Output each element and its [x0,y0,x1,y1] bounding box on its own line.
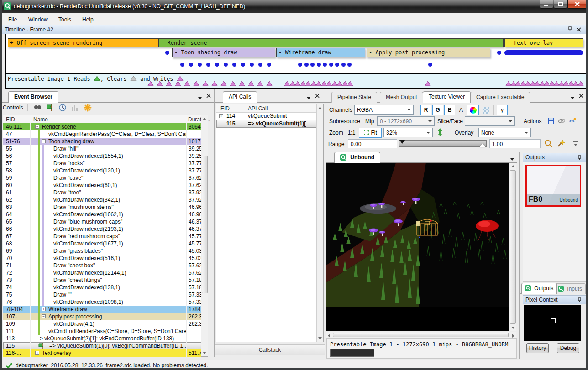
draw-dot-icon[interactable] [180,63,184,67]
tab-outputs[interactable]: Outputs [521,283,557,294]
draw-dot-icon[interactable] [329,63,333,67]
range-min-field[interactable]: 0.00 [348,139,397,148]
channel-alpha-button[interactable]: A [456,105,466,115]
table-row[interactable]: 46-111−Render scene3064.7... [3,123,201,130]
table-row[interactable]: 113=> vkQueueSubmit(2)[1]: vkEndCommandB… [3,335,201,342]
table-row[interactable]: 111vkCmdEndRenderPass(C=Store, D=Store, … [3,328,201,335]
texture-viewer-close-icon[interactable] [579,93,583,99]
zoom-1to1-button[interactable]: 1:1 [346,128,357,138]
history-button[interactable]: History [526,343,549,353]
timeline-marker-bar[interactable]: - Apply post processing [367,48,490,57]
draw-dot-icon[interactable] [347,63,352,67]
table-row[interactable]: 107-...−Apply post processing262.37... [3,313,201,320]
table-row[interactable]: 69Draw "grass blades"45.03704 [3,247,201,255]
debug-button[interactable]: Debug [557,343,579,353]
event-browser-header[interactable]: EID Name Duratio... [3,115,201,124]
draw-dot-icon[interactable] [250,63,254,67]
pin-icon[interactable] [577,155,582,161]
tab-texture-viewer[interactable]: Texture Viewer [423,91,471,103]
menu-help[interactable]: Help [79,16,96,24]
draw-dot-icon[interactable] [206,63,210,67]
tab-pipeline-state[interactable]: Pipeline State [331,92,377,103]
texture-vertical-scrollbar[interactable] [509,163,516,331]
autofit-magnifier-icon[interactable] [544,139,553,147]
range-slider[interactable] [399,140,487,147]
table-row[interactable]: 109vkCmdDraw(4,1)262.37... [3,320,201,328]
title-bar[interactable]: debugmarker.rdc - RenderDoc Unofficial r… [0,0,588,13]
tab-event-browser[interactable]: Event Browser [8,91,58,103]
draw-dot-icon[interactable] [298,63,302,67]
event-browser-scrollbar[interactable] [201,115,208,356]
table-row[interactable]: +114vkQueueSubmit [216,112,316,120]
overlay-combo[interactable]: None [478,128,531,137]
timeline-marker-bar[interactable]: - Text overlay [504,38,583,47]
draw-dot-icon[interactable] [165,51,169,55]
zoom-combo[interactable]: 32% [383,128,433,137]
table-row[interactable]: 115=> vkQueueSubmit(1)[... [216,120,316,128]
table-row[interactable]: 61Draw "tree"37.92593 [3,189,201,196]
save-icon[interactable] [547,117,556,125]
table-row[interactable]: 47vkCmdBeginRenderPass(C=Clear, D=Clear,… [3,130,201,138]
statistics-icon[interactable] [70,104,79,112]
texture-display[interactable] [326,163,509,331]
tree-expander[interactable]: − [42,314,46,318]
checkerboard-alpha-icon[interactable] [480,105,492,115]
tree-expander[interactable]: + [42,307,46,311]
tree-expander[interactable]: + [35,351,39,355]
minimize-button[interactable] [540,0,553,9]
close-icon[interactable] [577,27,582,32]
menu-tools[interactable]: Tools [56,16,74,24]
table-row[interactable]: 57Draw "rocks"37.77778 [3,160,201,167]
table-row[interactable]: 60vkCmdDrawIndexed(60,1)37.62963 [3,182,201,189]
custom-action-icon[interactable] [83,104,92,112]
table-row[interactable]: 65Draw "blue mushroom caps"46.37037 [3,218,201,225]
zoom-fit-button[interactable]: Fit [359,128,382,138]
table-row[interactable]: 73Draw "chest fittings"57.18518 [3,276,201,284]
maximize-button[interactable] [554,0,567,9]
range-max-field[interactable]: 1.00 [489,139,541,148]
tab-unbound-texture[interactable]: Unbound [334,152,380,163]
texture-horizontal-scrollbar[interactable] [326,332,516,338]
draw-dot-icon[interactable] [335,63,339,67]
link-icon[interactable] [557,117,567,125]
close-button[interactable] [567,0,587,9]
fb0-thumbnail[interactable]: FB0 Unbound [525,165,581,207]
draw-dot-icon[interactable] [341,63,346,67]
table-row[interactable]: 59Draw "cave"37.62963 [3,174,201,182]
table-row[interactable]: 115=> vkQueueSubmit(1)[0]: vkBeginComman… [3,342,201,349]
mip-combo[interactable]: 0 - 1272x690 [377,116,435,126]
draw-dot-icon[interactable] [232,63,236,67]
tab-api-calls[interactable]: API Calls [223,91,257,103]
timeline-marker-bar[interactable]: - Render scene [158,38,504,47]
range-black-handle[interactable] [399,140,405,144]
timeline-body[interactable]: Presentable Image 1 Reads , Clears and W… [5,34,586,89]
table-row[interactable]: 51-76−Toon shading draw1017.7... [3,138,201,145]
table-row[interactable]: 75Draw ""57.33333 [3,291,201,298]
draw-dot-icon[interactable] [258,63,262,67]
find-icon[interactable] [33,104,42,112]
tree-expander[interactable]: + [219,114,223,118]
time-draws-icon[interactable] [58,104,67,112]
pin-icon[interactable] [567,26,572,32]
tree-expander[interactable]: − [42,139,46,143]
open-code-icon[interactable]: <> [568,117,578,125]
timeline-marker-bar[interactable]: - Wireframe draw [276,48,365,57]
timeline-panel-caption[interactable]: Timeline - Frame #2 [2,25,586,34]
api-calls-close-icon[interactable] [315,93,320,99]
callstack-collapsed-section[interactable]: Callstack [215,344,325,355]
timeline-marker-bar[interactable]: - Toon shading draw [172,48,275,57]
draw-dot-icon[interactable] [241,63,245,67]
table-row[interactable]: 68vkCmdDrawIndexed(1677,1)45.77778 [3,240,201,247]
api-calls-scrollbar[interactable] [316,104,323,342]
range-white-handle[interactable] [480,143,485,147]
channel-blue-button[interactable]: B [444,105,455,115]
table-row[interactable]: 78-104+Wireframe draw1784.5... [3,306,201,313]
table-row[interactable]: 56vkCmdDrawIndexed(1554,1)39.25926 [3,152,201,160]
timeline-marker-bar[interactable]: + Off-screen scene rendering [8,38,158,47]
channels-combo[interactable]: RGBA [354,105,414,115]
texture-viewer-dock-menu-icon[interactable] [571,94,574,101]
bookmark-flag-icon[interactable] [46,104,55,112]
table-row[interactable]: 76vkCmdDrawIndexed(1098,1)57.33333 [3,298,201,306]
table-row[interactable]: 116-...+Text overlay511.7037 [3,349,201,357]
draw-dot-icon[interactable] [317,63,321,67]
